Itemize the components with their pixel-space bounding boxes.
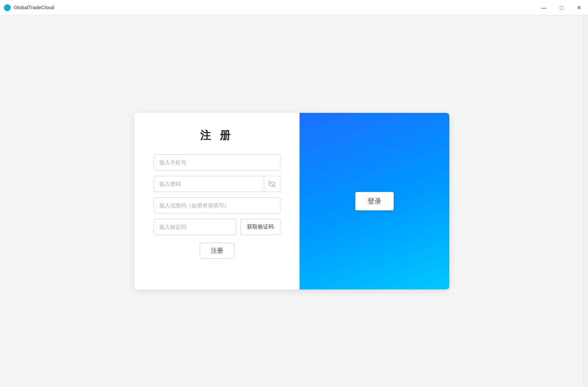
main-area: 注 册	[0, 15, 583, 387]
eye-icon	[268, 180, 275, 187]
window-controls: — □ ✕	[535, 0, 588, 15]
coupon-input[interactable]	[154, 197, 280, 213]
title-bar-left: GlobalTradeCloud	[0, 4, 54, 11]
toggle-password-button[interactable]	[264, 176, 280, 192]
minimize-button[interactable]: —	[535, 0, 553, 15]
form-fields: 获取验证码 注册	[154, 154, 280, 259]
coupon-wrapper	[154, 197, 280, 213]
login-panel: 登录	[300, 113, 449, 289]
app-icon	[4, 4, 11, 11]
captcha-row: 获取验证码	[154, 219, 280, 235]
password-input[interactable]	[154, 176, 264, 192]
app-title: GlobalTradeCloud	[14, 5, 54, 10]
phone-input[interactable]	[154, 154, 280, 170]
title-bar: GlobalTradeCloud — □ ✕	[0, 0, 588, 15]
maximize-button[interactable]: □	[553, 0, 570, 15]
close-button[interactable]: ✕	[570, 0, 588, 15]
form-title: 注 册	[200, 128, 234, 143]
login-button[interactable]: 登录	[355, 192, 394, 210]
register-panel: 注 册	[134, 113, 300, 289]
password-wrapper	[154, 176, 280, 192]
register-button[interactable]: 注册	[200, 243, 234, 259]
scrollbar-edge	[583, 15, 588, 387]
get-captcha-button[interactable]: 获取验证码	[240, 219, 280, 235]
phone-wrapper	[154, 154, 280, 170]
register-btn-wrapper: 注册	[154, 240, 280, 259]
card-container: 注 册	[134, 113, 449, 289]
captcha-input[interactable]	[154, 219, 237, 235]
